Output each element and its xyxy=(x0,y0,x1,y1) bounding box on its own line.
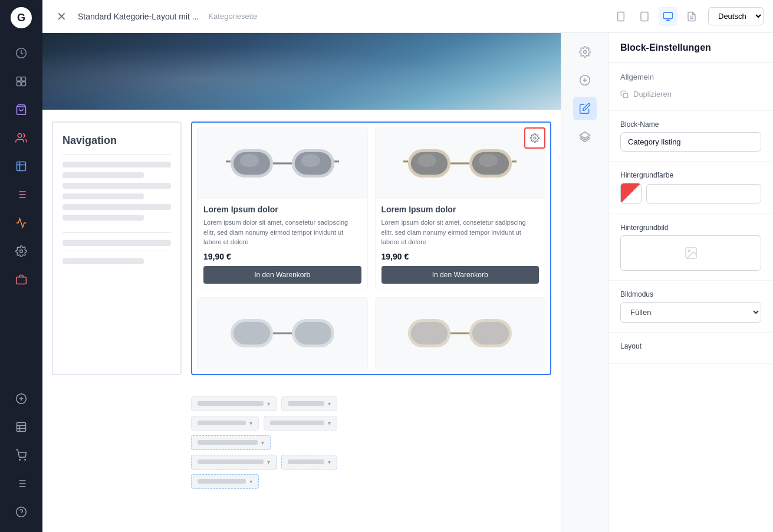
svg-point-80 xyxy=(688,250,690,252)
add-to-cart-btn-2[interactable]: In den Warenkorb xyxy=(381,266,540,284)
close-button[interactable]: ✕ xyxy=(52,7,71,26)
filter-dropdown-5-1[interactable]: ▾ xyxy=(191,474,259,489)
filter-dropdown-1-1[interactable]: ▾ xyxy=(191,396,277,411)
filter-dropdown-4-1[interactable]: ▾ xyxy=(191,455,277,469)
settings-bgimage-section: Hintergrundbild xyxy=(608,214,773,281)
svg-rect-35 xyxy=(618,12,624,21)
chevron-icon: ▾ xyxy=(261,439,264,446)
add-to-cart-btn-1[interactable]: In den Warenkorb xyxy=(203,266,361,284)
product-image-2 xyxy=(376,128,545,199)
svg-point-73 xyxy=(583,51,586,54)
bag-icon[interactable] xyxy=(8,97,34,123)
logo-text: G xyxy=(17,12,25,24)
svg-point-44 xyxy=(534,137,536,139)
chevron-icon: ▾ xyxy=(267,459,270,465)
panel-settings-icon[interactable] xyxy=(573,40,597,64)
filter-dropdown-2-2[interactable]: ▾ xyxy=(264,416,337,431)
add-circle-icon[interactable] xyxy=(8,386,34,412)
svg-rect-2 xyxy=(22,77,26,81)
app-logo[interactable]: G xyxy=(0,0,42,35)
filter-skeleton xyxy=(198,440,258,445)
settings-general-section: Allgemein Duplizieren xyxy=(608,63,773,111)
help-icon[interactable] xyxy=(8,499,34,525)
product-price-1: 19,90 € xyxy=(203,252,361,261)
filter-skeleton xyxy=(198,421,246,425)
svg-rect-21 xyxy=(17,423,26,432)
color-picker-row xyxy=(620,183,761,204)
filter-dropdown-2-1[interactable]: ▾ xyxy=(191,416,259,431)
color-input[interactable] xyxy=(646,184,761,203)
cart-icon[interactable] xyxy=(8,442,34,468)
filter-skeleton xyxy=(288,459,324,464)
sunglasses-svg-3 xyxy=(215,305,350,362)
language-select[interactable]: Deutsch xyxy=(708,7,764,25)
svg-rect-66 xyxy=(233,321,270,344)
chevron-icon: ▾ xyxy=(328,420,331,426)
nav-divider-2 xyxy=(63,232,171,233)
products-gear-button[interactable] xyxy=(524,127,545,149)
image-upload-area[interactable] xyxy=(620,235,761,271)
svg-point-16 xyxy=(20,250,23,253)
users-icon[interactable] xyxy=(8,125,34,151)
filter-dropdown-3-1[interactable]: ▾ xyxy=(191,435,271,450)
nav-skeleton-8 xyxy=(63,258,144,264)
product-desc-1: Lorem ipsum dolor sit amet, consetetur s… xyxy=(203,218,361,247)
filter-dropdown-1-2[interactable]: ▾ xyxy=(281,396,337,411)
settings-cog-icon[interactable] xyxy=(8,238,34,264)
megaphone-icon[interactable] xyxy=(8,210,34,236)
layout-icon[interactable] xyxy=(8,153,34,179)
components-icon[interactable] xyxy=(8,267,34,293)
product-card-1: Lorem Ipsum dolor Lorem ipsum dolor sit … xyxy=(197,127,368,290)
panel-add-icon[interactable] xyxy=(573,68,597,92)
chevron-icon: ▾ xyxy=(328,400,331,407)
layout-label: Layout xyxy=(620,342,761,350)
nav-divider-3 xyxy=(63,251,171,251)
duplicate-label: Duplizieren xyxy=(633,90,672,98)
filter-skeleton xyxy=(288,401,324,406)
navigation-panel: Navigation xyxy=(52,121,182,375)
table-icon[interactable] xyxy=(8,414,34,440)
mobile-device-icon[interactable] xyxy=(611,7,630,26)
dashboard-icon[interactable] xyxy=(8,40,34,66)
product-info-2: Lorem Ipsum dolor Lorem ipsum dolor sit … xyxy=(376,199,545,290)
nav-skeleton-1 xyxy=(63,162,171,168)
sidebar-nav-icons xyxy=(8,35,34,379)
panel-layers-icon[interactable] xyxy=(573,125,597,149)
document-title: Standard Kategorie-Layout mit ... xyxy=(78,12,199,21)
filter-dropdown-4-2[interactable]: ▾ xyxy=(281,455,337,469)
filter-row-4: ▾ ▾ xyxy=(191,455,403,469)
product-info-1: Lorem Ipsum dolor Lorem ipsum dolor sit … xyxy=(198,199,367,290)
svg-rect-39 xyxy=(664,12,673,19)
canvas-inner: Navigation xyxy=(42,33,561,532)
main-area: ✕ Standard Kategorie-Layout mit ... Kate… xyxy=(42,0,773,532)
document-view-icon[interactable] xyxy=(682,7,701,26)
tablet-device-icon[interactable] xyxy=(635,7,654,26)
panel-edit-icon[interactable] xyxy=(573,97,597,120)
nav-divider xyxy=(63,154,171,155)
desktop-device-icon[interactable] xyxy=(659,7,677,26)
svg-point-62 xyxy=(479,154,498,167)
block-name-input[interactable] xyxy=(620,132,761,152)
product-title-2: Lorem Ipsum dolor xyxy=(381,205,540,214)
nav-skeleton-2 xyxy=(63,172,144,178)
nav-skeleton-5 xyxy=(63,204,171,210)
svg-point-25 xyxy=(19,459,21,461)
nav-skeleton-4 xyxy=(63,193,144,199)
duplicate-button[interactable]: Duplizieren xyxy=(620,87,761,101)
svg-rect-67 xyxy=(295,321,331,344)
svg-rect-4 xyxy=(22,82,26,86)
list-icon[interactable] xyxy=(8,182,34,208)
image-mode-select[interactable]: Füllen xyxy=(620,302,761,323)
device-switcher xyxy=(611,7,701,26)
content-area: Navigation xyxy=(42,33,773,532)
hero-image xyxy=(42,33,561,110)
sunglasses-svg-1 xyxy=(215,135,350,192)
layers-icon[interactable] xyxy=(8,68,34,94)
product-card-3 xyxy=(197,297,368,369)
grid-icon[interactable] xyxy=(8,471,34,497)
svg-point-26 xyxy=(25,459,26,461)
filter-skeleton xyxy=(270,421,324,425)
color-swatch[interactable] xyxy=(620,183,642,204)
navigation-title: Navigation xyxy=(63,134,171,147)
settings-blockname-section: Block-Name xyxy=(608,111,773,162)
